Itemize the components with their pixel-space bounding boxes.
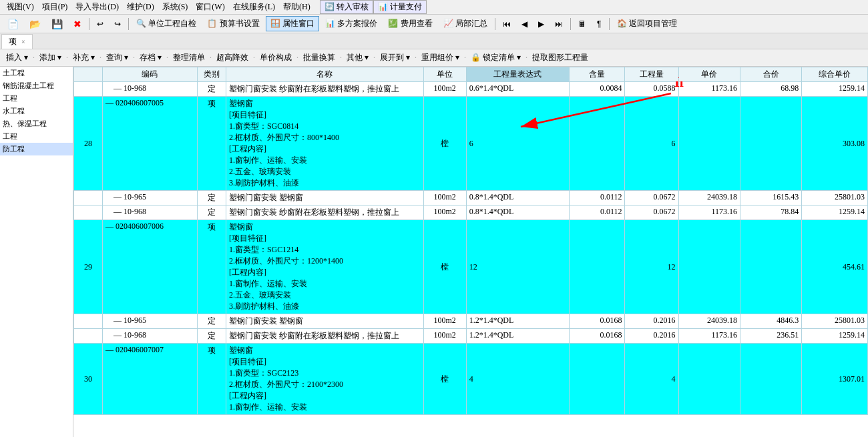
btn-other[interactable]: 其他 ▾ (343, 51, 372, 64)
cell-name[interactable]: 塑钢门窗安装 纱窗附在彩板塑料塑钢，推拉窗上 (226, 205, 423, 220)
btn-fee-view[interactable]: 💹 费用查看 (383, 16, 437, 31)
menu-metering-pay[interactable]: 📊 计量支付 (373, 0, 427, 14)
btn-calc[interactable]: 🖩 (574, 17, 591, 31)
btn-delete[interactable]: ✖ (69, 17, 86, 31)
cell-unit: 樘 (423, 97, 466, 191)
btn-unit-price[interactable]: 单价构成 (256, 51, 295, 64)
btn-undo[interactable]: ↩ (92, 17, 108, 31)
sidebar-item-water[interactable]: 水工程 (0, 105, 73, 117)
sidebar-item-soil[interactable]: 土工程 (0, 67, 73, 79)
cell-code[interactable]: — 10-968 (103, 329, 198, 344)
cell-type: 定 (197, 205, 226, 220)
btn-save[interactable]: 💾 (47, 17, 67, 31)
cell-comp: 1259.14 (802, 205, 868, 220)
btn-property-window[interactable]: 🪟 属性窗口 (266, 16, 319, 31)
menu-maintain[interactable]: 维护(D) (123, 1, 158, 13)
th-total: 合价 (740, 67, 801, 82)
btn-supplement[interactable]: 补充 ▾ (69, 51, 98, 64)
btn-insert[interactable]: 插入 ▾ (3, 51, 31, 64)
sidebar-item-work[interactable]: 工程 (0, 92, 73, 105)
menu-window[interactable]: 窗口(W) (192, 1, 228, 13)
menu-view[interactable]: 视图(V) (3, 1, 38, 13)
tab-close-btn[interactable]: × (21, 38, 25, 45)
cell-code[interactable]: — 10-965 (103, 314, 198, 329)
btn-budget-setting[interactable]: 📋 预算书设置 (202, 16, 264, 31)
cell-expr[interactable]: 0.8*1.4*QDL (466, 191, 569, 205)
btn-sort[interactable]: 整理清单 (170, 51, 208, 64)
cell-expr[interactable]: 12 (466, 220, 569, 314)
cell-expr[interactable]: 0.6*1.4*QDL (466, 82, 569, 97)
btn-batch-calc[interactable]: 批量换算 (300, 51, 339, 64)
cell-total: 4846.3 (740, 314, 801, 329)
cell-qty: 0.0672 (625, 191, 678, 205)
btn-add[interactable]: 添加 ▾ (36, 51, 65, 64)
btn-reuse[interactable]: 重用组价 ▾ (418, 51, 463, 64)
cell-unit: 100m2 (423, 205, 466, 220)
tab-main[interactable]: 项 × (1, 34, 33, 49)
cell-name[interactable]: 塑钢门窗安装 塑钢窗 (226, 191, 423, 205)
cell-type: 定 (197, 191, 226, 205)
cell-expr[interactable]: 1.2*1.4*QDL (466, 329, 569, 344)
menu-project[interactable]: 项目(P) (38, 1, 72, 13)
cell-unit: 樘 (423, 220, 466, 314)
cell-seq: 28 (74, 97, 103, 191)
menu-transfer-review[interactable]: 🔄 转入审核 (320, 0, 373, 14)
sep3 (495, 18, 495, 30)
cell-expr[interactable]: 0.8*1.4*QDL (466, 205, 569, 220)
cell-name[interactable]: 塑钢窗 [项目特征] 1.窗类型：SGC2123 2.框材质、外围尺寸：2100… (226, 344, 423, 415)
btn-multi-plan[interactable]: 📊 多方案报价 (320, 16, 382, 31)
cell-price: 1173.16 (678, 205, 740, 220)
btn-super-reduce[interactable]: 超高降效 (213, 51, 252, 64)
cell-name[interactable]: 塑钢门窗安装 塑钢窗 (226, 314, 423, 329)
th-comp: 综合单价 (802, 67, 868, 82)
menu-online[interactable]: 在线服务(L) (229, 1, 279, 13)
cell-expr[interactable]: 6 (466, 97, 569, 191)
cell-name[interactable]: 塑钢门窗安装 纱窗附在彩板塑料塑钢，推拉窗上 (226, 329, 423, 344)
th-expr[interactable]: 工程量表达式 (466, 67, 569, 82)
cell-contain: 0.0168 (569, 329, 625, 344)
cell-name[interactable]: 塑钢门窗安装 纱窗附在彩板塑料塑钢，推拉窗上 (226, 82, 423, 97)
btn-expand[interactable]: 展开到 ▾ (377, 51, 413, 64)
btn-new[interactable]: 📄 (3, 17, 23, 31)
cell-total (740, 97, 801, 191)
cell-expr[interactable]: 4 (466, 344, 569, 415)
btn-redo[interactable]: ↪ (110, 17, 126, 31)
cell-code[interactable]: — 10-968 (103, 205, 198, 220)
btn-nav2[interactable]: ◀ (517, 17, 532, 31)
sep1 (89, 18, 89, 30)
btn-return-project[interactable]: 🏠 返回项目管理 (612, 16, 682, 31)
sidebar-item-eng[interactable]: 工程 (0, 130, 73, 143)
btn-para[interactable]: ¶ (592, 17, 606, 31)
menu-system[interactable]: 系统(S) (158, 1, 192, 13)
btn-extract-qty[interactable]: 提取图形工程量 (529, 51, 592, 64)
btn-nav4[interactable]: ⏭ (550, 17, 568, 31)
menu-help[interactable]: 帮助(H) (279, 1, 314, 13)
sidebar-item-waterproof[interactable]: 防工程 (0, 143, 73, 155)
btn-local-summary[interactable]: 📈 局部汇总 (439, 16, 492, 31)
btn-archive[interactable]: 存档 ▾ (136, 51, 165, 64)
btn-unit-check[interactable]: 🔍 单位工程自检 (132, 16, 201, 31)
btn-nav3[interactable]: ▶ (533, 17, 549, 31)
cell-total: 1615.43 (740, 191, 801, 205)
cell-code[interactable]: — 10-968 (103, 82, 198, 97)
cell-name[interactable]: 塑钢窗 [项目特征] 1.窗类型：SGC1214 2.框材质、外围尺寸：1200… (226, 220, 423, 314)
cell-code[interactable]: — 020406007005 (103, 97, 198, 191)
cell-expr[interactable]: 1.2*1.4*QDL (466, 314, 569, 329)
sidebar-item-thermal[interactable]: 热、保温工程 (0, 117, 73, 130)
cell-type: 项 (197, 97, 226, 191)
btn-lock-list[interactable]: 🔒 锁定清单 ▾ (467, 51, 524, 64)
cell-code[interactable]: — 020406007007 (103, 344, 198, 415)
btn-query[interactable]: 查询 ▾ (103, 51, 132, 64)
cell-qty: 0.0672 (625, 205, 678, 220)
cell-price: 1173.16 (678, 329, 740, 344)
btn-nav1[interactable]: ⏮ (498, 17, 515, 31)
btn-open[interactable]: 📂 (25, 17, 45, 31)
cell-contain (569, 344, 625, 415)
menu-import-export[interactable]: 导入导出(D) (71, 1, 123, 13)
cell-code[interactable]: — 10-965 (103, 191, 198, 205)
cell-name[interactable]: 塑钢窗 [项目特征] 1.窗类型：SGC0814 2.框材质、外围尺寸：800*… (226, 97, 423, 191)
sep5 (609, 18, 610, 30)
sidebar-item-rebar[interactable]: 钢筋混凝土工程 (0, 79, 73, 92)
th-unit: 单位 (423, 67, 466, 82)
cell-code[interactable]: — 020406007006 (103, 220, 198, 314)
